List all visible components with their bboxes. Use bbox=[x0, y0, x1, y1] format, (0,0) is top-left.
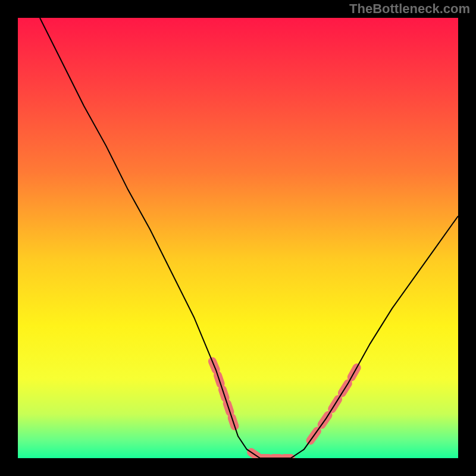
gradient-bg bbox=[18, 18, 458, 458]
chart-container: TheBottleneck.com bbox=[0, 0, 476, 476]
plot-svg bbox=[18, 18, 458, 458]
watermark-label: TheBottleneck.com bbox=[349, 1, 470, 17]
plot-area bbox=[18, 18, 458, 458]
